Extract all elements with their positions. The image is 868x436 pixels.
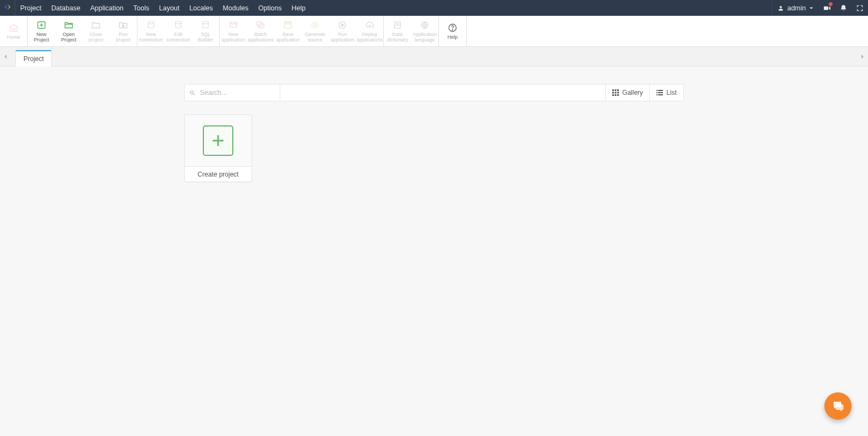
tool-run-project: Run project — [110, 16, 137, 46]
caret-down-icon — [809, 6, 813, 10]
grid-icon — [612, 89, 619, 96]
search-box — [185, 84, 280, 101]
tool-app-lang: Application language — [411, 16, 438, 46]
menu-item-locales[interactable]: Locales — [184, 0, 218, 16]
svg-point-0 — [780, 6, 782, 8]
svg-rect-35 — [656, 92, 658, 93]
tab-project[interactable]: Project — [15, 50, 52, 66]
new-project-icon — [36, 20, 47, 31]
search-icon — [189, 89, 195, 96]
main-toolbar: HomeNew ProjectOpen ProjectClose project… — [0, 16, 868, 47]
batch-app-icon — [255, 20, 266, 31]
svg-rect-25 — [615, 89, 617, 91]
tool-home: Home — [0, 16, 27, 46]
new-conn-icon — [146, 20, 156, 31]
sql-icon — [200, 20, 211, 31]
svg-rect-34 — [658, 90, 663, 91]
svg-rect-30 — [612, 94, 614, 96]
app-lang-icon — [419, 20, 430, 31]
notification-dot-icon — [829, 2, 833, 6]
view-list-button[interactable]: List — [649, 84, 683, 101]
tool-label: Open Project — [61, 32, 76, 43]
chat-icon — [831, 399, 845, 413]
tool-label: Generate source — [305, 32, 326, 43]
svg-rect-13 — [286, 22, 290, 24]
svg-rect-26 — [617, 89, 619, 91]
data-dict-icon — [392, 20, 403, 31]
view-list-label: List — [666, 89, 677, 96]
menu-item-modules[interactable]: Modules — [218, 0, 253, 16]
svg-rect-29 — [617, 92, 619, 94]
card-label: Create project — [185, 166, 251, 181]
svg-point-5 — [148, 21, 154, 24]
create-project-card[interactable]: Create project — [184, 114, 252, 182]
tool-label: Run application — [330, 32, 354, 43]
tool-open-project[interactable]: Open Project — [55, 16, 82, 46]
tool-label: Help — [448, 34, 458, 40]
video-button[interactable] — [819, 0, 835, 16]
svg-rect-33 — [656, 90, 658, 91]
tool-label: Edit connection — [166, 32, 190, 43]
project-gallery: Create project — [184, 114, 684, 182]
tool-label: SQL Builder — [198, 32, 213, 43]
menu-item-help[interactable]: Help — [287, 0, 311, 16]
view-gallery-button[interactable]: Gallery — [605, 84, 649, 101]
tool-deploy: Deploy applications — [356, 16, 383, 46]
svg-rect-38 — [658, 94, 663, 95]
menu-item-database[interactable]: Database — [46, 0, 86, 16]
user-name: admin — [787, 4, 806, 12]
open-project-icon — [63, 20, 74, 31]
tool-help[interactable]: Help — [439, 16, 466, 46]
plus-icon — [203, 125, 233, 156]
tool-new-conn: New connection — [137, 16, 165, 46]
list-icon — [656, 89, 663, 96]
menu-item-tools[interactable]: Tools — [129, 0, 154, 16]
help-icon — [447, 22, 458, 33]
svg-point-22 — [190, 90, 194, 94]
tool-new-project[interactable]: New Project — [28, 16, 55, 46]
menu-item-options[interactable]: Options — [254, 0, 287, 16]
menu-item-layout[interactable]: Layout — [154, 0, 185, 16]
run-app-icon — [337, 20, 348, 31]
notifications-button[interactable] — [835, 0, 852, 16]
svg-rect-27 — [612, 92, 614, 94]
view-gallery-label: Gallery — [622, 89, 643, 96]
close-project-icon — [91, 20, 101, 31]
tool-label: New application — [221, 32, 245, 43]
tool-edit-conn: Edit connection — [165, 16, 192, 46]
tool-run-app: Run application — [329, 16, 356, 46]
tool-sql: SQL Builder — [192, 16, 219, 46]
svg-rect-37 — [656, 94, 658, 95]
tab-scroll-left[interactable] — [0, 47, 11, 66]
svg-rect-28 — [615, 92, 617, 94]
tool-label: Data dictionary — [387, 32, 408, 43]
chat-fab[interactable] — [824, 392, 852, 420]
tool-gen-source: Generate source — [302, 16, 329, 46]
tool-label: Deploy applications — [357, 32, 383, 43]
svg-rect-8 — [230, 22, 237, 27]
fullscreen-button[interactable] — [852, 0, 868, 16]
tool-save-app: Save application — [274, 16, 302, 46]
app-logo[interactable] — [0, 0, 15, 16]
svg-point-14 — [314, 23, 317, 27]
menu-item-application[interactable]: Application — [85, 0, 128, 16]
svg-point-6 — [176, 21, 182, 24]
tool-label: Application language — [413, 32, 437, 43]
menu-item-project[interactable]: Project — [15, 0, 46, 16]
chevron-right-icon — [861, 54, 864, 59]
chevron-left-icon — [4, 54, 7, 59]
logo-icon — [3, 3, 13, 13]
svg-rect-1 — [824, 6, 828, 10]
tab-bar: Project — [0, 47, 868, 66]
home-icon — [8, 22, 19, 33]
search-row: Gallery List — [184, 84, 684, 101]
content-area: Gallery List Create project — [0, 66, 868, 182]
svg-rect-12 — [285, 22, 291, 28]
tool-label: Home — [7, 34, 20, 40]
search-input[interactable] — [200, 89, 275, 96]
expand-icon — [856, 4, 864, 12]
svg-rect-32 — [617, 94, 619, 96]
tab-scroll-right[interactable] — [857, 47, 868, 66]
tool-new-app: New application — [220, 16, 247, 46]
user-menu[interactable]: admin — [771, 0, 819, 16]
